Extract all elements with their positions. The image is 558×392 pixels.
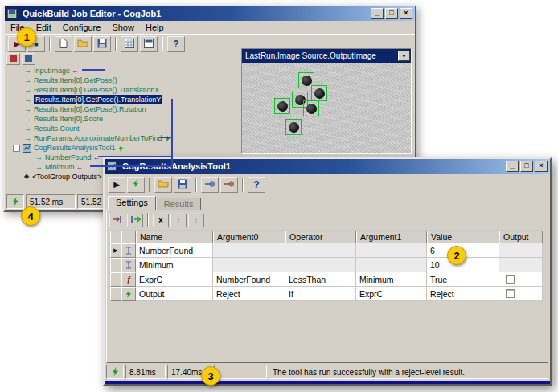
cell-argument0: [213, 258, 285, 272]
dropdown-arrow-icon[interactable]: ▼: [398, 51, 410, 61]
cell-value[interactable]: True: [427, 272, 499, 287]
success-lightning-icon: [12, 197, 19, 207]
header-argument1[interactable]: Argument1: [356, 231, 427, 243]
cell-value[interactable]: Reject: [427, 287, 499, 301]
tab-settings[interactable]: Settings: [108, 196, 156, 210]
quickbuild-titlebar[interactable]: QuickBuild Job Editor - CogJob1 _ □ ×: [5, 6, 415, 21]
tree-item-minimum[interactable]: → Minimum ←: [35, 162, 84, 172]
maximize-button[interactable]: □: [385, 8, 398, 19]
minimize-button[interactable]: _: [371, 8, 384, 19]
current-row-pointer-icon: ▶: [113, 247, 117, 254]
toolbar-separator: [162, 37, 163, 51]
header-value[interactable]: Value: [427, 231, 499, 243]
table-row-minimum[interactable]: Minimum 10: [110, 258, 543, 272]
tree-item-score[interactable]: → Results.Item[0].Score: [24, 114, 103, 124]
image-output-selector[interactable]: LastRun.Image Source.OutputImage ▼: [242, 49, 411, 63]
output-checkbox[interactable]: [506, 275, 515, 284]
add-output-terminal-button[interactable]: [127, 214, 143, 227]
tool-palette-button[interactable]: [6, 53, 20, 65]
job-time-value: 51.52 ms: [30, 198, 63, 206]
tree-item-translationy-selected[interactable]: → Results.Item[0].GetPose().TranslationY: [24, 95, 162, 104]
save-tool-button[interactable]: [174, 177, 191, 193]
image-display-button[interactable]: [121, 36, 138, 52]
cell-name[interactable]: NumberFound: [136, 243, 213, 258]
cell-output: [499, 258, 543, 272]
annotation-line-minimum: [90, 165, 171, 167]
header-name[interactable]: Name: [136, 231, 213, 243]
run-tool-button[interactable]: ▶: [108, 177, 125, 193]
tree-item-inputimage[interactable]: → InputImage ←: [24, 66, 79, 76]
open-job-button[interactable]: [74, 36, 92, 52]
table-row-exprc[interactable]: ƒ ExprC NumberFound LessThan Minimum Tru…: [110, 272, 543, 287]
cell-argument1[interactable]: ExprC: [356, 287, 427, 301]
tree-item-label: Results.Item[0].Score: [34, 114, 103, 124]
callout-4: 4: [21, 206, 40, 226]
help-tool-button[interactable]: ?: [248, 177, 265, 193]
tree-item-toolgroup-outputs[interactable]: ◆ <ToolGroup Outputs>: [24, 172, 101, 182]
acquired-image: [242, 63, 411, 153]
remove-terminal-button[interactable]: [220, 177, 238, 193]
open-tool-button[interactable]: [154, 177, 172, 193]
cell-name[interactable]: Minimum: [136, 258, 213, 272]
output-terminal-arrow-icon: →: [24, 124, 31, 133]
menu-show[interactable]: Show: [106, 22, 140, 33]
cell-name[interactable]: ExprC: [136, 272, 213, 287]
table-row-output[interactable]: Output Reject If ExprC Reject: [110, 287, 543, 301]
help-icon: ?: [173, 39, 178, 50]
output-checkbox[interactable]: [506, 289, 515, 298]
minimize-button[interactable]: _: [506, 161, 519, 172]
panels-icon: [144, 39, 154, 50]
tool-toolbar: ▶ ?: [105, 174, 550, 194]
move-down-button[interactable]: ↓: [188, 214, 204, 227]
tree-item-getpose[interactable]: → Results.Item[0].GetPose(): [24, 76, 117, 85]
grid-icon: [125, 39, 134, 50]
row-selector[interactable]: [110, 258, 121, 272]
cell-argument0[interactable]: NumberFound: [213, 272, 285, 287]
tree-item-numberfound[interactable]: → NumberFound ←: [35, 153, 101, 162]
maximize-button[interactable]: □: [520, 161, 533, 172]
delete-terminal-button[interactable]: ×: [153, 214, 169, 227]
row-selector[interactable]: ▶: [110, 243, 121, 258]
header-icon: [121, 231, 136, 243]
table-row-numberfound[interactable]: ▶ NumberFound 6: [110, 243, 543, 258]
cell-argument1[interactable]: Minimum: [356, 272, 427, 287]
collapse-box-icon[interactable]: -: [13, 145, 20, 152]
window-bottom-accent: [105, 381, 550, 384]
cell-operator: [285, 258, 356, 272]
tree-item-rotation[interactable]: → Results.Item[0].GetPose().Rotation: [24, 104, 146, 114]
close-button[interactable]: ×: [400, 8, 412, 19]
help-button[interactable]: ?: [167, 36, 185, 52]
tool-display-button[interactable]: [140, 36, 158, 52]
terminal-view-button[interactable]: [22, 53, 35, 65]
save-job-button[interactable]: [93, 36, 111, 52]
header-selector: [110, 231, 121, 243]
tree-item-runparams[interactable]: → RunParams.ApproximateNumberToFind: [24, 133, 173, 143]
tree-item-count[interactable]: → Results.Count: [24, 124, 80, 133]
close-button[interactable]: ×: [535, 161, 548, 172]
cell-operator[interactable]: If: [285, 287, 356, 301]
cell-argument1: [356, 243, 427, 258]
cell-operator[interactable]: LessThan: [285, 272, 356, 287]
menu-configure[interactable]: Configure: [57, 22, 107, 33]
tree-item-label: Results.Item[0].GetPose().Rotation: [34, 104, 146, 114]
cell-name[interactable]: Output: [136, 287, 213, 301]
row-selector[interactable]: [110, 272, 121, 287]
electric-run-button[interactable]: [127, 177, 145, 193]
callout-3: 3: [201, 366, 220, 386]
tree-item-label: Results.Item[0].GetPose().TranslationX: [34, 85, 159, 95]
header-argument0[interactable]: Argument0: [213, 231, 285, 243]
row-selector[interactable]: [110, 287, 121, 301]
tab-results[interactable]: Results: [156, 198, 202, 210]
tree-item-translationx[interactable]: → Results.Item[0].GetPose().TranslationX: [24, 85, 159, 95]
cell-argument0[interactable]: Reject: [213, 287, 285, 301]
settings-page: × ↑ ↓ Name Argument0 Operator Argument1 …: [106, 210, 548, 363]
menu-help[interactable]: Help: [140, 22, 170, 33]
move-up-button[interactable]: ↑: [170, 214, 187, 227]
new-job-button[interactable]: [55, 36, 72, 52]
callout-2: 2: [447, 246, 466, 265]
add-input-terminal-button[interactable]: [109, 214, 125, 227]
add-terminal-button[interactable]: [201, 177, 219, 193]
tree-item-cogresultsanalysistool[interactable]: - CogResultsAnalysisTool1: [13, 143, 126, 153]
header-operator[interactable]: Operator: [285, 231, 356, 243]
header-output[interactable]: Output: [499, 231, 543, 243]
